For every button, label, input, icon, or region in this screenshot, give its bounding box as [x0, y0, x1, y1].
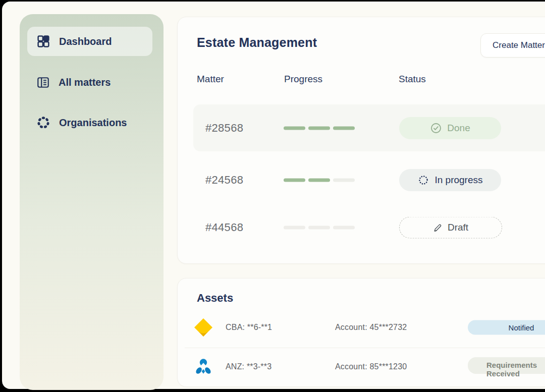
sidebar-item-dashboard[interactable]: Dashboard	[36, 34, 112, 48]
matter-id: #44568	[205, 221, 243, 234]
sidebar-item-all-matters[interactable]: All matters	[36, 75, 111, 89]
progress-bar	[284, 226, 355, 229]
matter-row[interactable]: #24568 In progress	[193, 156, 545, 203]
matter-row[interactable]: #28568 Done	[193, 104, 545, 151]
progress-segment	[333, 178, 355, 182]
pencil-icon	[433, 222, 443, 232]
asset-row[interactable]: ANZ: **3-**3 Account: 85***1230 Requirem…	[185, 349, 545, 384]
column-header-progress: Progress	[284, 74, 322, 85]
assets-title: Assets	[197, 292, 233, 305]
status-badge-draft: Draft	[399, 216, 502, 238]
matter-id: #28568	[205, 122, 243, 135]
matter-row[interactable]: #44568 Draft	[193, 204, 545, 251]
organisations-icon	[36, 116, 50, 130]
progress-segment	[333, 126, 355, 130]
create-matter-button[interactable]: Create Matter	[480, 33, 545, 58]
status-label: In progress	[434, 175, 482, 186]
progress-segment	[308, 126, 330, 130]
asset-status-label: Notified	[509, 323, 534, 332]
matter-id: #24568	[205, 174, 243, 187]
status-label: Done	[447, 123, 470, 134]
row-divider	[185, 348, 545, 348]
progress-bar	[284, 178, 355, 182]
check-circle-icon	[430, 122, 442, 134]
asset-row[interactable]: CBA: **6-**1 Account: 45***2732 Notified	[185, 310, 545, 345]
app-background: Dashboard All matters	[2, 2, 545, 389]
column-header-matter: Matter	[197, 74, 224, 85]
page-title: Estate Management	[197, 35, 317, 50]
bank-masked-label: ANZ: **3-**3	[226, 362, 271, 371]
progress-segment	[308, 178, 330, 182]
window-frame: Dashboard All matters	[0, 0, 545, 392]
sidebar-item-label: All matters	[59, 77, 111, 88]
anz-logo-icon	[193, 356, 214, 377]
progress-segment	[308, 226, 330, 229]
cba-logo-icon	[193, 317, 214, 338]
asset-status-badge-notified: Notified	[468, 320, 545, 335]
sidebar: Dashboard All matters	[20, 14, 164, 390]
asset-status-badge-requirements: Requirements Received	[468, 357, 545, 374]
asset-status-label: Requirements Received	[486, 361, 545, 378]
bank-masked-label: CBA: **6-**1	[226, 323, 272, 332]
status-badge-in-progress: In progress	[399, 169, 501, 191]
assets-panel: Assets CBA: **6-**1 Account: 45***2732 N…	[177, 278, 545, 387]
spinner-icon	[417, 174, 429, 186]
progress-segment	[333, 226, 355, 229]
sidebar-item-label: Dashboard	[59, 36, 112, 47]
progress-segment	[284, 126, 305, 130]
progress-bar	[284, 126, 355, 130]
progress-segment	[284, 226, 305, 229]
dashboard-grid-icon	[36, 34, 50, 48]
progress-segment	[284, 178, 305, 182]
status-label: Draft	[448, 222, 468, 233]
estate-management-panel: Estate Management Create Matter Matter P…	[177, 17, 545, 264]
all-matters-icon	[36, 76, 50, 89]
account-masked-label: Account: 45***2732	[335, 323, 407, 332]
sidebar-item-organisations[interactable]: Organisations	[36, 116, 127, 130]
status-badge-done: Done	[399, 117, 501, 139]
account-masked-label: Account: 85***1230	[335, 362, 407, 371]
sidebar-item-label: Organisations	[59, 117, 127, 129]
column-header-status: Status	[399, 74, 426, 85]
